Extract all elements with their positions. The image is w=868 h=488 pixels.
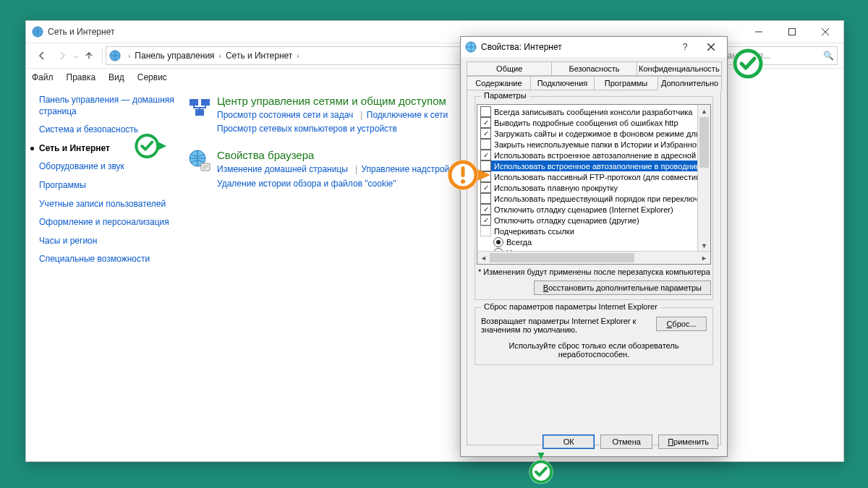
option-group-header: Подчеркивать ссылки xyxy=(480,226,710,236)
menu-file[interactable]: Файл xyxy=(32,72,54,82)
option-row[interactable]: ✓Выводить подробные сообщения об ошибках… xyxy=(480,117,710,128)
option-row[interactable]: Использовать предшествующий порядок при … xyxy=(480,193,710,204)
radio-row[interactable]: Всегда xyxy=(480,236,710,247)
network-icon xyxy=(109,50,121,61)
option-label: Использовать встроенное автозаполнение в… xyxy=(494,151,696,160)
tab-privacy[interactable]: Конфиденциальность xyxy=(637,61,722,76)
option-label: Закрыть неиспользуемые папки в Истории и… xyxy=(494,140,702,149)
link-homepage[interactable]: Изменение домашней страницы xyxy=(217,164,348,174)
scroll-up-icon[interactable]: ▲ xyxy=(698,105,710,117)
ok-button[interactable]: ОК xyxy=(542,435,595,449)
sidebar-item-clock[interactable]: Часы и регион xyxy=(39,236,176,247)
option-row[interactable]: ✓Загружать сайты и содержимое в фоновом … xyxy=(480,128,710,139)
option-row[interactable]: ✓Отключить отладку сценариев (другие) xyxy=(480,215,710,226)
option-label: Использовать плавную прокрутку xyxy=(494,184,618,192)
up-button[interactable] xyxy=(79,46,99,66)
option-row[interactable]: ✓Использовать плавную прокрутку xyxy=(480,182,710,193)
network-center-icon xyxy=(188,95,217,136)
link-view-devices[interactable]: Просмотр сетевых компьютеров и устройств xyxy=(217,124,397,134)
close-button[interactable] xyxy=(809,21,842,43)
back-button[interactable] xyxy=(32,46,52,66)
check-badge xyxy=(732,48,764,80)
checkbox[interactable] xyxy=(480,193,491,204)
dialog-titlebar: Свойства: Интернет ? xyxy=(461,37,727,57)
sidebar-item-appearance[interactable]: Оформление и персонализация xyxy=(39,217,176,228)
tab-content[interactable]: Содержание xyxy=(467,76,531,90)
option-row[interactable]: ✓Использовать встроенное автозаполнение … xyxy=(480,150,710,160)
network-icon xyxy=(32,26,43,38)
restore-defaults-button[interactable]: Восстановить дополнительные параметры xyxy=(534,281,711,295)
chevron-right-icon[interactable]: › xyxy=(219,52,221,60)
checkbox[interactable] xyxy=(480,139,491,150)
options-tree[interactable]: Всегда записывать сообщения консоли разр… xyxy=(477,104,711,265)
scroll-left-icon[interactable]: ◄ xyxy=(477,252,490,264)
svg-rect-5 xyxy=(195,109,204,116)
reset-button[interactable]: Сброс... xyxy=(656,317,707,331)
group-reset-label: Сброс параметров параметры Internet Expl… xyxy=(481,302,660,311)
scroll-thumb-h[interactable] xyxy=(490,253,634,262)
option-row[interactable]: Закрыть неиспользуемые папки в Истории и… xyxy=(480,139,710,150)
tab-connections[interactable]: Подключения xyxy=(530,76,595,90)
sidebar-item-programs[interactable]: Программы xyxy=(39,180,176,192)
checkbox[interactable]: ✓ xyxy=(480,128,491,139)
group-parameters: Параметры Всегда записывать сообщения ко… xyxy=(475,96,713,300)
warn-badge xyxy=(447,159,490,191)
tab-general[interactable]: Общие xyxy=(467,61,552,76)
option-row[interactable]: ✓Отключить отладку сценариев (Internet E… xyxy=(480,204,710,215)
tab-advanced[interactable]: Дополнительно xyxy=(658,76,722,90)
checkbox[interactable]: ✓ xyxy=(480,204,491,215)
sidebar-item-home[interactable]: Панель управления — домашняя страница xyxy=(39,95,176,117)
option-label: Подчеркивать ссылки xyxy=(494,227,574,236)
reset-text: Возвращает параметры Internet Explorer к… xyxy=(481,317,649,334)
network-center-heading[interactable]: Центр управления сетями и общим доступом xyxy=(217,95,454,107)
group-label: Параметры xyxy=(481,91,529,100)
tab-security[interactable]: Безопасность xyxy=(551,61,637,76)
globe-icon xyxy=(465,41,477,53)
checkbox[interactable] xyxy=(480,106,491,117)
sidebar-item-hardware[interactable]: Оборудование и звук xyxy=(39,161,176,173)
option-row[interactable]: Использовать встроенное автозаполнение в… xyxy=(480,160,710,171)
option-label: Использовать пассивный FTP-протокол (для… xyxy=(494,173,706,181)
checkbox[interactable]: ✓ xyxy=(480,215,491,226)
cancel-button[interactable]: Отмена xyxy=(600,435,652,449)
dialog-close-button[interactable] xyxy=(698,37,724,57)
link-delete-history[interactable]: Удаление истории обзора и файлов "cookie… xyxy=(217,179,396,189)
history-dropdown[interactable]: ⌵ xyxy=(74,52,77,59)
horizontal-scrollbar[interactable]: ◄ ► xyxy=(477,251,710,264)
option-label: Выводить подробные сообщения об ошибках … xyxy=(494,119,678,127)
link-view-status[interactable]: Просмотр состояния сети и задач xyxy=(217,110,353,120)
scroll-thumb[interactable] xyxy=(699,117,709,168)
maximize-button[interactable] xyxy=(775,21,809,43)
radio[interactable] xyxy=(493,237,503,247)
menu-service[interactable]: Сервис xyxy=(137,72,167,82)
svg-rect-3 xyxy=(190,99,198,106)
svg-point-17 xyxy=(461,179,465,184)
chevron-right-icon[interactable]: › xyxy=(297,52,299,60)
forward-button[interactable] xyxy=(52,46,72,66)
group-reset: Сброс параметров параметры Internet Expl… xyxy=(475,307,713,365)
search-icon[interactable]: 🔍 xyxy=(823,51,834,61)
chevron-right-icon[interactable]: › xyxy=(128,52,130,60)
help-button[interactable]: ? xyxy=(672,37,698,57)
breadcrumb-root[interactable]: Панель управления xyxy=(135,51,214,61)
checkbox[interactable]: ✓ xyxy=(480,117,491,128)
breadcrumb-current[interactable]: Сеть и Интернет xyxy=(226,51,292,61)
option-row[interactable]: Всегда записывать сообщения консоли разр… xyxy=(480,106,710,117)
option-label: Отключить отладку сценариев (другие) xyxy=(494,216,639,225)
sidebar-item-accessibility[interactable]: Специальные возможности xyxy=(39,254,176,265)
option-row[interactable]: Использовать пассивный FTP-протокол (для… xyxy=(480,171,710,182)
restart-note: * Изменения будут применены после переза… xyxy=(478,267,711,276)
vertical-scrollbar[interactable]: ▲ ▼ xyxy=(697,105,710,252)
minimize-button[interactable] xyxy=(742,21,775,43)
check-badge xyxy=(525,453,557,484)
sidebar-item-accounts[interactable]: Учетные записи пользователей xyxy=(39,199,176,210)
scroll-down-icon[interactable]: ▼ xyxy=(698,239,710,252)
scroll-right-icon[interactable]: ► xyxy=(698,252,710,264)
menu-edit[interactable]: Правка xyxy=(67,72,96,82)
tab-programs[interactable]: Программы xyxy=(594,76,658,90)
menu-view[interactable]: Вид xyxy=(109,72,124,82)
reset-note: Используйте сброс только если обозревате… xyxy=(481,341,707,359)
option-label: Использовать предшествующий порядок при … xyxy=(494,194,699,203)
apply-button[interactable]: Применить xyxy=(658,435,718,449)
link-connect[interactable]: Подключение к сети xyxy=(367,110,448,120)
